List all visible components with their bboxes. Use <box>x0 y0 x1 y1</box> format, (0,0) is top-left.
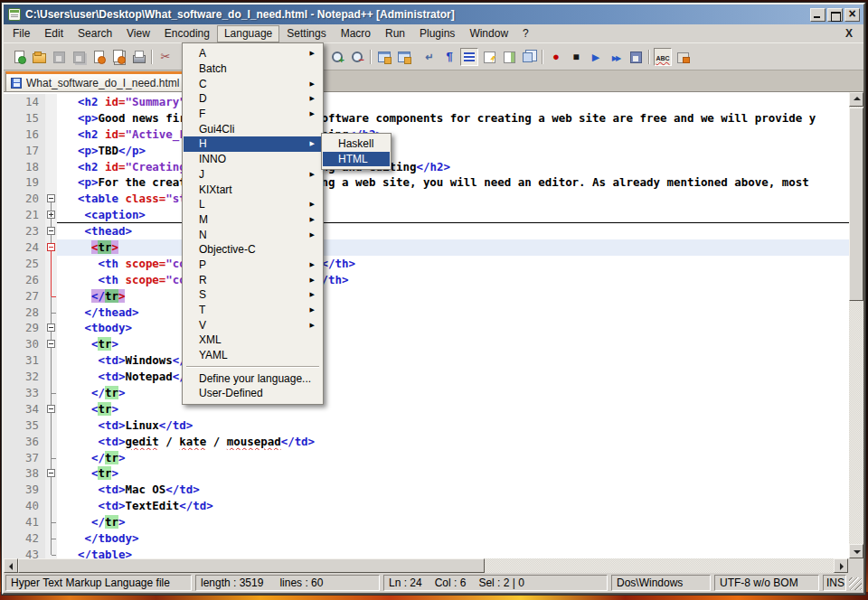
resize-grip[interactable] <box>849 577 862 590</box>
menubar-item-plugins[interactable]: Plugins <box>412 25 462 42</box>
print-button[interactable] <box>129 48 147 66</box>
code-line-32[interactable]: 32 <td>Notepad</td> <box>4 369 849 385</box>
record-macro-button[interactable] <box>547 48 565 66</box>
save-all-button[interactable] <box>70 48 88 66</box>
h-submenu-item-haskell[interactable]: Haskell <box>323 136 390 152</box>
language-menu-item-h[interactable]: H▶ <box>184 136 322 152</box>
horizontal-scroll-thumb[interactable] <box>18 558 485 573</box>
stop-macro-button[interactable] <box>567 48 585 66</box>
code-line-43[interactable]: 43 </table> <box>4 547 849 558</box>
code-line-34[interactable]: 34 <tr> <box>4 401 849 417</box>
language-menu-item-d[interactable]: D▶ <box>184 91 322 107</box>
menubar-item-macro[interactable]: Macro <box>334 25 378 42</box>
language-menu-item-f[interactable]: F▶ <box>184 107 322 122</box>
language-menu-item-l[interactable]: L▶ <box>184 197 322 212</box>
code-line-21[interactable]: 21 <caption> <box>4 207 849 223</box>
vertical-scroll-thumb[interactable] <box>849 108 863 301</box>
code-line-26[interactable]: 26 <th scope="col">Editor / program</th> <box>4 272 849 288</box>
menubar-item-search[interactable]: Search <box>71 25 119 42</box>
menubar-close-document-button[interactable]: X <box>845 27 853 40</box>
code-line-28[interactable]: 28 </thead> <box>4 305 849 321</box>
language-menu-item-r[interactable]: R▶ <box>184 272 322 287</box>
language-menu-item-xml[interactable]: XML <box>184 333 322 348</box>
menubar-item-[interactable]: ? <box>515 25 536 42</box>
horizontal-scrollbar[interactable] <box>4 558 848 573</box>
zoom-in-button[interactable] <box>328 48 346 66</box>
fold-margin[interactable] <box>45 191 57 207</box>
new-file-button[interactable] <box>10 48 28 66</box>
show-all-chars-button[interactable] <box>440 48 458 66</box>
zoom-out-button[interactable] <box>348 48 366 66</box>
language-menu-item-s[interactable]: S▶ <box>184 287 322 303</box>
menubar-item-language[interactable]: Language <box>217 25 279 42</box>
scroll-left-arrow[interactable] <box>4 558 18 573</box>
maximize-button[interactable] <box>827 8 843 22</box>
close-button[interactable] <box>844 8 860 22</box>
fold-margin[interactable] <box>45 239 57 256</box>
close-all-button[interactable] <box>109 48 127 66</box>
language-menu-item-a[interactable]: A▶ <box>184 46 322 61</box>
h-submenu-item-html[interactable]: HTML <box>323 152 390 167</box>
editor-pane[interactable]: 14 <h2 id="Summary">Summary</h2>15 <p>Go… <box>4 91 863 558</box>
menubar-item-edit[interactable]: Edit <box>37 25 71 42</box>
language-menu-item-p[interactable]: P▶ <box>184 258 322 273</box>
fold-margin[interactable] <box>45 336 57 352</box>
scroll-down-arrow[interactable] <box>849 544 863 558</box>
language-menu-item-m[interactable]: M▶ <box>184 212 322 228</box>
code-line-42[interactable]: 42 </tbody> <box>4 530 849 547</box>
open-file-button[interactable] <box>30 48 48 66</box>
function-list-button[interactable] <box>480 48 498 66</box>
code-line-36[interactable]: 36 <td>gedit / kate / mousepad</td> <box>4 434 849 450</box>
code-line-31[interactable]: 31 <td>Windows</td> <box>4 352 849 369</box>
fold-margin[interactable] <box>45 401 57 417</box>
spell-check-button[interactable] <box>654 48 672 66</box>
language-menu-item-j[interactable]: J▶ <box>184 167 322 183</box>
run-macro-multiple-button[interactable] <box>607 48 625 66</box>
sync-vertical-button[interactable] <box>375 48 393 66</box>
menubar-item-file[interactable]: File <box>5 25 37 42</box>
language-menu-item-yaml[interactable]: YAML <box>184 348 322 363</box>
menubar-item-run[interactable]: Run <box>378 25 412 42</box>
fold-margin[interactable] <box>45 207 57 223</box>
language-menu-item-define-your-language[interactable]: Define your language... <box>184 370 322 386</box>
play-macro-button[interactable] <box>587 48 605 66</box>
fold-margin[interactable] <box>45 223 57 239</box>
sync-horizontal-button[interactable] <box>395 48 413 66</box>
language-menu-item-n[interactable]: N▶ <box>184 227 322 242</box>
code-line-35[interactable]: 35 <td>Linux</td> <box>4 417 849 434</box>
code-line-19[interactable]: 19 <p>For the creation and of the editin… <box>4 174 849 191</box>
code-line-40[interactable]: 40 <td>TextEdit</td> <box>4 498 849 514</box>
save-macro-button[interactable] <box>627 48 645 66</box>
code-line-20[interactable]: 20 <table class="styled-table"> <box>4 191 849 207</box>
language-menu-item-t[interactable]: T▶ <box>184 303 322 318</box>
code-line-17[interactable]: 17 <p>TBD</p> <box>4 143 849 159</box>
save-button[interactable] <box>50 48 68 66</box>
menubar-item-window[interactable]: Window <box>462 25 515 42</box>
language-menu-item-batch[interactable]: Batch <box>184 61 322 77</box>
code-line-41[interactable]: 41 </tr> <box>4 514 849 530</box>
code-line-33[interactable]: 33 </tr> <box>4 385 849 401</box>
scroll-right-arrow[interactable] <box>834 558 848 573</box>
code-line-14[interactable]: 14 <h2 id="Summary">Summary</h2> <box>4 94 849 110</box>
code-line-38[interactable]: 38 <tr> <box>4 465 849 482</box>
language-menu-item-v[interactable]: V▶ <box>184 317 322 333</box>
code-line-15[interactable]: 15 <p>Good news first: almost all the so… <box>4 110 849 127</box>
code-line-29[interactable]: 29 <tbody> <box>4 320 849 336</box>
language-menu-item-inno[interactable]: INNO <box>184 152 322 167</box>
document-map-button[interactable] <box>500 48 518 66</box>
doc-switcher-button[interactable] <box>520 48 538 66</box>
vertical-scrollbar[interactable] <box>849 92 863 558</box>
menubar-item-view[interactable]: View <box>119 25 157 42</box>
scroll-up-arrow[interactable] <box>849 92 863 107</box>
code-line-23[interactable]: 23 <thead> <box>4 223 849 239</box>
code-line-18[interactable]: 18 <h2 id="Creating_and_editing">Creatin… <box>4 159 849 175</box>
minimize-button[interactable] <box>810 8 826 22</box>
fold-margin[interactable] <box>45 320 57 336</box>
language-menu-item-gui4cli[interactable]: Gui4Cli <box>184 121 322 136</box>
close-doc-button[interactable] <box>90 48 108 66</box>
menubar-item-encoding[interactable]: Encoding <box>157 25 217 42</box>
language-menu-item-kixtart[interactable]: KIXtart <box>184 182 322 197</box>
tab-what-software-do-i-need[interactable]: What_software_do_I_need.html × <box>5 71 204 91</box>
script-ext-button[interactable] <box>674 48 692 66</box>
fold-margin[interactable] <box>45 465 57 482</box>
